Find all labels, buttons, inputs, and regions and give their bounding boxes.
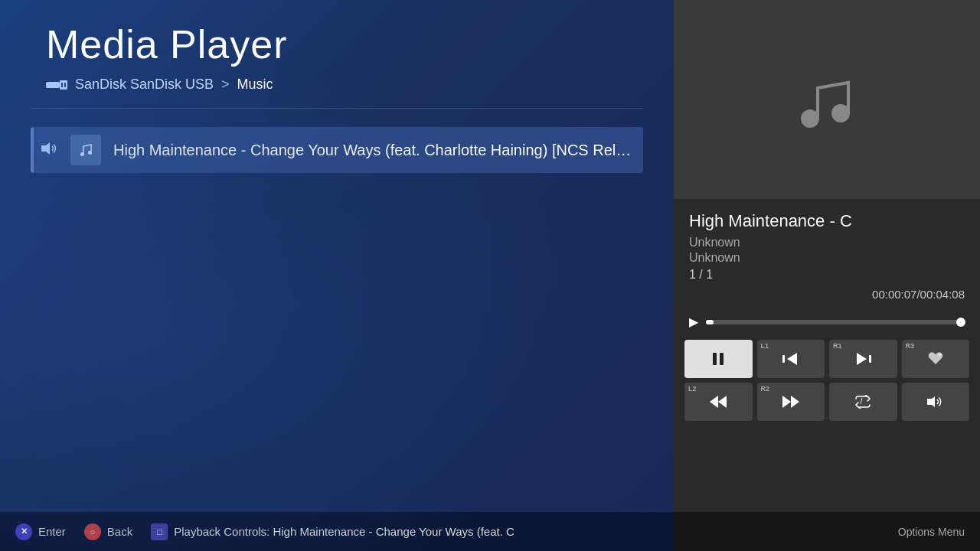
favorite-button[interactable]: R3 + (902, 340, 970, 378)
breadcrumb: SanDisk SanDisk USB > Music (46, 77, 628, 93)
svg-marker-21 (927, 396, 935, 407)
prev-button[interactable]: L1 (757, 340, 825, 378)
svg-marker-16 (710, 396, 718, 408)
breadcrumb-separator: > (221, 77, 230, 93)
svg-rect-2 (61, 83, 63, 87)
track-title: High Maintenance - C (689, 211, 965, 231)
breadcrumb-current: Music (237, 77, 273, 93)
svg-marker-19 (791, 396, 799, 408)
track-count: 1 / 1 (689, 268, 965, 282)
svg-rect-10 (720, 353, 724, 365)
volume-button[interactable] (902, 383, 970, 421)
track-info: High Maintenance - C Unknown Unknown 1 /… (674, 199, 980, 315)
time-display: 00:00:07/00:04:08 (689, 288, 965, 301)
enter-label: Enter (38, 525, 66, 538)
svg-marker-17 (718, 396, 727, 408)
volume-icon (41, 142, 58, 159)
svg-marker-18 (782, 396, 791, 408)
music-note-large-icon (789, 61, 865, 138)
progress-dot (956, 318, 965, 327)
file-name: High Maintenance - Change Your Ways (fea… (113, 142, 632, 159)
progress-bar[interactable] (706, 320, 965, 324)
back-label: Back (107, 525, 132, 538)
next-button[interactable]: R1 (829, 340, 897, 378)
breadcrumb-device-icon (46, 77, 67, 93)
svg-rect-1 (60, 80, 67, 90)
svg-rect-9 (713, 353, 717, 365)
play-indicator-icon: ▶ (689, 315, 698, 329)
l2-label: L2 (688, 385, 697, 393)
r3-label: R3 (906, 342, 915, 350)
svg-rect-3 (64, 83, 66, 87)
svg-text:/: / (861, 397, 863, 406)
progress-fill (706, 320, 714, 324)
track-album: Unknown (689, 251, 965, 265)
usb-icon (46, 77, 67, 93)
o-button-icon: ○ (84, 523, 101, 540)
bottom-right-bar: Options Menu (674, 511, 980, 551)
progress-container: ▶ (674, 315, 980, 329)
options-menu-label: Options Menu (898, 526, 965, 538)
bottom-bar: ✕ Enter ○ Back □ Playback Controls: High… (0, 511, 674, 551)
controls-row-2: L2 R2 / (684, 383, 969, 421)
breadcrumb-device-name: SanDisk SanDisk USB (75, 77, 214, 93)
l1-label: L1 (761, 342, 769, 350)
playback-button-item: □ Playback Controls: High Maintenance - … (151, 523, 514, 540)
svg-text:+: + (938, 351, 942, 359)
album-art (674, 0, 980, 199)
svg-point-7 (801, 109, 819, 128)
r2-label: R2 (761, 385, 770, 393)
enter-button-item: ✕ Enter (15, 523, 66, 540)
right-panel: High Maintenance - C Unknown Unknown 1 /… (674, 0, 980, 551)
svg-rect-11 (782, 355, 785, 363)
header: Media Player SanDisk SanDisk USB > Music (0, 0, 674, 108)
pause-button[interactable] (684, 340, 753, 378)
repeat-button[interactable]: / (829, 383, 897, 421)
controls-grid: L1 R1 R3 + (674, 340, 980, 421)
controls-row-1: L1 R1 R3 + (684, 340, 969, 378)
svg-rect-0 (46, 82, 60, 88)
back-button-item: ○ Back (84, 523, 132, 540)
file-list: High Maintenance - Change Your Ways (fea… (0, 109, 674, 181)
svg-point-5 (80, 152, 84, 156)
track-artist: Unknown (689, 236, 965, 249)
square-button-icon: □ (151, 523, 168, 540)
svg-marker-12 (787, 353, 797, 365)
list-item[interactable]: High Maintenance - Change Your Ways (fea… (31, 127, 643, 173)
fastforward-button[interactable]: R2 (757, 383, 825, 421)
x-button-icon: ✕ (15, 523, 32, 540)
playback-label: Playback Controls: High Maintenance - Ch… (174, 525, 514, 538)
r1-label: R1 (833, 342, 842, 350)
left-panel: Media Player SanDisk SanDisk USB > Music (0, 0, 674, 551)
music-thumbnail (70, 135, 101, 165)
svg-rect-13 (869, 355, 871, 363)
svg-point-8 (831, 104, 850, 122)
svg-marker-14 (857, 353, 867, 365)
app-title: Media Player (46, 21, 628, 67)
svg-marker-4 (41, 142, 50, 155)
svg-point-6 (88, 151, 92, 155)
rewind-button[interactable]: L2 (684, 383, 753, 421)
